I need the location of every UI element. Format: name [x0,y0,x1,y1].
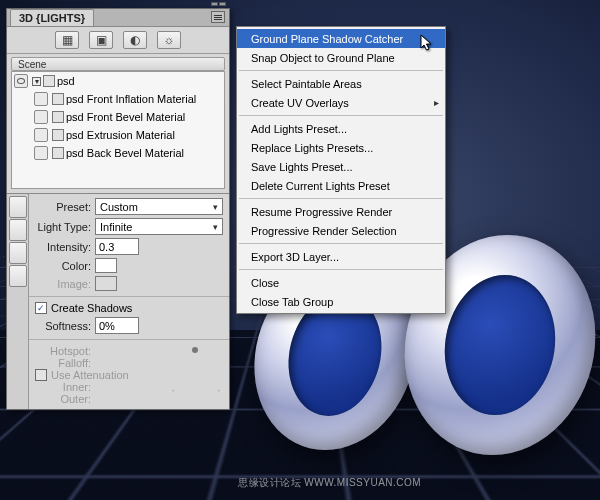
menu-item[interactable]: Snap Object to Ground Plane [237,48,445,67]
tree-label: psd Front Inflation Material [66,93,224,105]
filter-light-button[interactable]: ☼ [157,31,181,49]
light-cone-diagram [175,345,215,395]
preset-label: Preset: [35,201,91,213]
menu-item[interactable]: Select Paintable Areas [237,74,445,93]
filter-material-button[interactable]: ◐ [123,31,147,49]
menu-item[interactable]: Save Lights Preset... [237,157,445,176]
props-tool-strip [7,194,29,409]
menu-item[interactable]: Resume Progressive Render [237,202,445,221]
panel-menu-button[interactable] [211,11,225,23]
scene-tree[interactable]: psd psd Front Inflation Materialpsd Fron… [11,71,225,189]
light-tool-toggle[interactable] [9,265,27,287]
inner-label: Inner: [35,381,91,393]
visibility-toggle[interactable] [14,74,28,88]
hotspot-label: Hotspot: [35,345,91,357]
menu-item[interactable]: Delete Current Lights Preset [237,176,445,195]
tab-3d-lights[interactable]: 3D {LIGHTS} [10,9,94,26]
light-tool-rotate[interactable] [9,242,27,264]
outer-label: Outer: [35,393,91,405]
mesh-icon [43,75,55,87]
material-icon [52,147,64,159]
menu-item[interactable]: Progressive Render Selection [237,221,445,240]
tree-row-material[interactable]: psd Extrusion Material [12,126,224,144]
visibility-toggle[interactable] [34,110,48,124]
use-attenuation-checkbox [35,369,47,381]
3d-panel: 3D {LIGHTS} ▦ ▣ ◐ ☼ Scene psd psd Front … [6,8,230,410]
intensity-input[interactable]: 0.3 [95,238,139,255]
tree-row-material[interactable]: psd Back Bevel Material [12,144,224,162]
panel-dock-controls[interactable] [211,2,226,6]
panel-toolbar: ▦ ▣ ◐ ☼ [7,27,229,54]
tree-label: psd Back Bevel Material [66,147,224,159]
light-type-select[interactable]: Infinite▾ [95,218,223,235]
menu-item[interactable]: Add Lights Preset... [237,119,445,138]
intensity-label: Intensity: [35,241,91,253]
menu-item[interactable]: Ground Plane Shadow Catcher [237,29,445,48]
scene-column-header: Scene [11,57,225,71]
tree-twisty[interactable] [32,77,41,86]
menu-item[interactable]: Create UV Overlays [237,93,445,112]
menu-item[interactable]: Close Tab Group [237,292,445,311]
falloff-label: Falloff: [35,357,91,369]
image-swatch [95,276,117,291]
tree-label: psd [57,75,224,87]
panel-context-menu: Ground Plane Shadow CatcherSnap Object t… [236,26,446,314]
softness-label: Softness: [35,320,91,332]
visibility-toggle[interactable] [34,128,48,142]
preset-select[interactable]: Custom▾ [95,198,223,215]
light-tool-point[interactable] [9,219,27,241]
softness-input[interactable]: 0% [95,317,139,334]
tree-row-root[interactable]: psd [12,72,224,90]
color-label: Color: [35,260,91,272]
watermark: 思缘设计论坛 WWW.MISSYUAN.COM [238,476,421,490]
filter-mesh-button[interactable]: ▣ [89,31,113,49]
filter-scene-button[interactable]: ▦ [55,31,79,49]
menu-item[interactable]: Export 3D Layer... [237,247,445,266]
material-icon [52,129,64,141]
create-shadows-checkbox[interactable]: ✓ [35,302,47,314]
tree-row-material[interactable]: psd Front Inflation Material [12,90,224,108]
tree-row-material[interactable]: psd Front Bevel Material [12,108,224,126]
visibility-toggle[interactable] [34,146,48,160]
menu-item[interactable]: Close [237,273,445,292]
panel-tabbar: 3D {LIGHTS} [7,9,229,27]
material-icon [52,93,64,105]
visibility-toggle[interactable] [34,92,48,106]
use-attenuation-label: Use Attenuation [51,369,129,381]
material-icon [52,111,64,123]
tree-label: psd Front Bevel Material [66,111,224,123]
light-tool-new[interactable] [9,196,27,218]
color-swatch[interactable] [95,258,117,273]
image-label: Image: [35,278,91,290]
light-type-label: Light Type: [35,221,91,233]
menu-item[interactable]: Replace Lights Presets... [237,138,445,157]
create-shadows-label: Create Shadows [51,302,132,314]
tree-label: psd Extrusion Material [66,129,224,141]
